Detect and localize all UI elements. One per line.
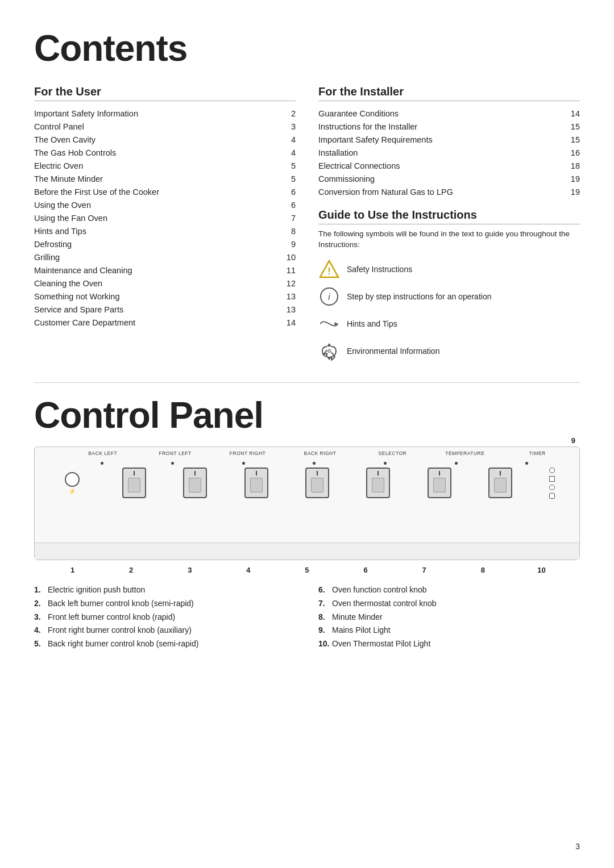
guide-icon-row-safety: ! Safety Instructions [318,258,580,280]
guide-section: Guide to Use the Instructions The follow… [318,208,580,362]
knob-3 [183,468,207,498]
environmental-icon-label: Environmental Information [347,347,439,356]
toc-row: The Oven Cavity4 [34,133,296,146]
legend-text: Oven thermostat control knob [332,598,437,609]
toc-label: Important Safety Information [34,107,243,120]
knob-dot-7 [525,462,528,465]
legend-num: 4. [34,625,48,636]
ignition-symbol: ⚡ [69,488,76,494]
legend-text: Oven function control knob [332,585,427,595]
toc-row: The Minute Minder5 [34,172,296,185]
toc-row: Before the First Use of the Cooker6 [34,185,296,198]
toc-row: Grilling10 [34,251,296,264]
knob-label-front-right: FRONT RIGHT [225,450,271,456]
knob-dot-2 [171,462,174,465]
toc-row: Control Panel3 [34,120,296,133]
environmental-icon: ♻ [318,340,340,362]
knob-4 [244,468,268,498]
indicator-bottom2 [549,493,555,499]
toc-label: Hints and Tips [34,224,243,237]
toc-label: Something not Working [34,290,243,303]
legend-text: Back right burner control knob (semi-rap… [48,639,198,649]
toc-page: 18 [528,159,580,172]
num-label-6: 6 [343,566,388,574]
knob-label-selector: SELECTOR [370,450,415,456]
legend-num: 3. [34,612,48,623]
installer-section: For the Installer Guarantee Conditions14… [318,85,580,198]
knob-5 [305,468,329,498]
toc-page: 4 [243,146,296,159]
svg-text:!: ! [327,266,330,276]
knob-2 [122,468,146,498]
toc-page: 12 [243,277,296,290]
toc-label: Grilling [34,251,243,264]
num-label-2: 2 [109,566,154,574]
toc-page: 4 [243,133,296,146]
toc-row: Commissioning19 [318,172,580,185]
toc-label: Service and Spare Parts [34,303,243,316]
legend-item: 5.Back right burner control knob (semi-r… [34,639,296,649]
svg-text:♻: ♻ [327,348,331,354]
toc-row: Maintenance and Cleaning11 [34,264,296,277]
guide-icons-list: ! Safety Instructions i Step by step ins… [318,258,580,362]
indicator-bottom [549,485,555,490]
toc-page: 9 [243,237,296,251]
legend-item: 4.Front right burner control knob (auxil… [34,625,296,636]
legend-item: 1.Electric ignition push button [34,585,296,595]
toc-page: 16 [528,146,580,159]
installer-section-heading: For the Installer [318,85,580,101]
num-label-10: 10 [518,566,564,574]
guide-icon-row-info: i Step by step instructions for an opera… [318,286,580,307]
knob-dot-3 [242,462,245,465]
knob-7 [428,468,451,498]
number-row: 1 2 3 4 5 6 7 8 10 [34,566,580,574]
toc-row: Electrical Connections18 [318,159,580,172]
ignition-button: ⚡ [59,472,85,494]
knob-dot-1 [101,462,103,465]
toc-label: Commissioning [318,172,528,185]
guide-intro: The following symbols will be found in t… [318,229,580,251]
toc-label: Using the Oven [34,198,243,211]
legend-text: Back left burner control knob (semi-rapi… [48,598,194,609]
legend-item: 2.Back left burner control knob (semi-ra… [34,598,296,609]
side-indicators [549,468,555,499]
toc-label: Instructions for the Installer [318,120,528,133]
knob-6 [366,468,390,498]
num-label-7: 7 [401,566,447,574]
knob-label-back-right: BACK RIGHT [297,450,343,456]
toc-label: The Gas Hob Controls [34,146,243,159]
legend-num: 6. [318,585,332,595]
toc-label: Before the First Use of the Cooker [34,185,243,198]
toc-label: Maintenance and Cleaning [34,264,243,277]
toc-page: 13 [243,290,296,303]
legend-item: 8.Minute Minder [318,612,580,623]
section-divider [34,382,580,383]
toc-label: Customer Care Department [34,316,243,329]
num-label-5: 5 [284,566,330,574]
knob-dot-6 [455,462,458,465]
legend-left: 1.Electric ignition push button2.Back le… [34,585,296,652]
toc-page: 6 [243,198,296,211]
guide-icon-row-environmental: ♻ Environmental Information [318,340,580,362]
toc-row: Using the Fan Oven7 [34,211,296,224]
legend: 1.Electric ignition push button2.Back le… [34,585,580,652]
user-section-heading: For the User [34,85,296,101]
toc-label: Cleaning the Oven [34,277,243,290]
toc-page: 5 [243,172,296,185]
page-number: 3 [575,842,580,851]
legend-text: Oven Thermostat Pilot Light [332,639,430,649]
toc-row: Installation16 [318,146,580,159]
legend-text: Electric ignition push button [48,585,145,595]
toc-page: 5 [243,159,296,172]
indicator-middle [549,476,555,482]
toc-page: 14 [243,316,296,329]
toc-label: Using the Fan Oven [34,211,243,224]
knob-label-back-left: BACK LEFT [80,450,126,456]
safety-icon-label: Safety Instructions [347,265,412,274]
toc-label: Conversion from Natural Gas to LPG [318,185,528,198]
num-label-1: 1 [50,566,96,574]
user-toc-table: Important Safety Information2Control Pan… [34,107,296,329]
legend-num: 2. [34,598,48,609]
legend-item: 10.Oven Thermostat Pilot Light [318,639,580,649]
toc-row: Important Safety Information2 [34,107,296,120]
